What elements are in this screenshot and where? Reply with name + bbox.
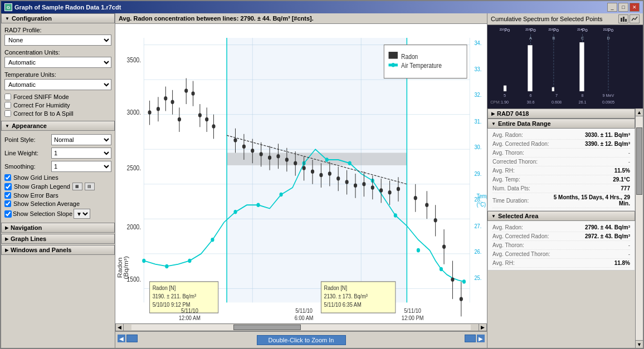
hscroll-left-arrow[interactable]: ◀ [116,324,124,331]
svg-text:²¹⁰Po: ²¹⁰Po [500,28,510,33]
forced-sniff-checkbox[interactable] [4,94,11,100]
svg-text:3500.: 3500. [127,56,142,63]
temperature-select[interactable]: Automatic [4,79,111,90]
show-grid-checkbox[interactable] [4,174,11,181]
avg-radon-label: Avg. Radon: [492,132,523,138]
show-error-bars-row[interactable]: Show Error Bars [4,192,111,199]
spectrum-icons[interactable] [618,14,640,23]
appearance-section-header[interactable]: ▼ Appearance [1,121,115,131]
sel-avg-corrected-radon-value: 2972. ± 43. Bq/m³ [585,233,630,239]
hscroll-bar[interactable]: ◀ ▶ [115,323,487,331]
svg-text:26.: 26. [474,248,481,255]
svg-point-58 [185,89,188,92]
svg-text:1.90: 1.90 [501,100,509,105]
spectrum-svg: ²¹⁰Po ²¹⁸Po ²¹⁶Po ²¹⁴Po ²¹²Po A B C D [487,25,643,109]
legend-icon-1[interactable]: ▦ [72,183,82,190]
vscroll-thumb[interactable] [636,127,642,195]
svg-point-52 [164,97,167,100]
spectrum-header: Cumulative Spectrum for Selected Points [487,13,643,25]
zoom-bar[interactable]: Double-Click to Zoom In [257,335,346,345]
appearance-section-content: Point Style: Normal Line Weight: 1 Smoot… [1,132,115,223]
spectrum-view: ²¹⁰Po ²¹⁸Po ²¹⁶Po ²¹⁴Po ²¹²Po A B C D [487,25,643,109]
avg-thoron-label: Avg. Thoron: [492,150,524,156]
maximize-button[interactable]: □ [618,3,628,12]
smoothing-select[interactable]: 1 [51,161,111,172]
right-with-scroll: ▶ RAD7 0418 ▼ Entire Data Range Avg. Rad… [487,109,643,348]
svg-point-96 [354,184,357,187]
entire-range-header[interactable]: ▼ Entire Data Range [487,119,635,129]
slope-select[interactable]: ▼ [74,209,90,219]
svg-text:5/11/10: 5/11/10 [181,307,198,314]
navigation-triangle: ▶ [5,225,8,230]
navigation-section-header[interactable]: ▶ Navigation [1,223,115,233]
svg-text:6:00 AM: 6:00 AM [295,314,314,321]
svg-text:(°C): (°C) [477,201,486,208]
minimize-button[interactable]: _ [607,3,617,12]
correct-humidity-row[interactable]: Correct For Humidity [4,102,111,109]
show-error-bars-checkbox[interactable] [4,192,11,199]
svg-point-33 [165,264,168,269]
sel-avg-corrected-radon-label: Avg. Corrected Radon: [492,233,549,239]
hscroll-thumb[interactable] [233,325,301,330]
smoothing-row: Smoothing: 1 [4,161,111,172]
svg-point-84 [303,166,305,170]
graph-lines-section-header[interactable]: ▶ Graph Lines [1,234,115,244]
scroll-right-arrow[interactable]: ▶ [477,335,485,342]
vscroll-down-arrow[interactable]: ▼ [636,340,643,348]
selected-area-label: Selected Area [498,213,538,219]
right-panel-scrollbar[interactable]: ▲ ▼ [635,109,643,348]
close-button[interactable]: ✕ [630,3,640,12]
show-selection-average-row[interactable]: Show Selection Average [4,200,111,207]
config-section-header[interactable]: ▼ Configuration [1,13,115,23]
svg-point-110 [426,203,428,207]
legend-icon-2[interactable]: ▤ [85,183,95,190]
correct-humidity-checkbox[interactable] [4,102,11,109]
rad7-profile-select[interactable]: None [4,35,111,46]
correct-b-to-a-row[interactable]: Correct for B to A Spill [4,110,111,117]
title-bar-left: G Graph of Sample Radon Data 1.r7cdt [4,3,121,11]
title-controls[interactable]: _ □ ✕ [607,3,640,12]
svg-text:(Bq/m³): (Bq/m³) [123,256,129,279]
svg-point-118 [460,297,462,301]
corrected-thoron-value: - [628,159,630,165]
show-legend-checkbox[interactable] [4,183,12,190]
graph-area[interactable]: 3500. 3000. 2500. 2000. 1500. 34. 33. 32… [115,24,487,323]
show-grid-row[interactable]: Show Grid Lines [4,174,111,181]
vscroll-track[interactable] [636,116,643,340]
show-selection-slope-checkbox[interactable] [4,210,12,218]
avg-corrected-radon-value: 3390. ± 12. Bq/m³ [585,141,630,147]
windows-panels-section-header[interactable]: ▶ Windows and Panels [1,245,115,255]
title-bar: G Graph of Sample Radon Data 1.r7cdt _ □… [1,1,643,13]
svg-point-54 [171,100,174,104]
show-selection-slope-row: Show Selection Slope ▼ [4,209,111,219]
sel-avg-radon-label: Avg. Radon: [492,224,523,230]
correct-b-to-a-checkbox[interactable] [4,110,11,117]
vscroll-up-arrow[interactable]: ▲ [636,109,643,116]
svg-text:3000.: 3000. [127,109,142,116]
data-panel: ▶ RAD7 0418 ▼ Entire Data Range Avg. Rad… [487,109,635,348]
line-chart-icon[interactable] [630,14,640,23]
show-legend-row: Show Graph Legend ▦ ▤ [4,183,111,190]
hscroll-track[interactable] [131,325,471,330]
rad7-profile-label: RAD7 Profile: [4,27,111,33]
config-section-label: Configuration [12,15,52,22]
svg-text:2500.: 2500. [127,164,142,171]
bar-chart-icon[interactable] [618,14,628,23]
concentration-select[interactable]: Automatic [4,57,111,68]
show-legend-label: Show Graph Legend [14,183,70,190]
line-weight-select[interactable]: 1 [51,148,111,159]
selected-area-header[interactable]: ▼ Selected Area [487,211,635,221]
show-selection-average-checkbox[interactable] [4,200,11,207]
point-style-row: Point Style: Normal [4,134,111,145]
svg-text:²¹⁸Po: ²¹⁸Po [525,28,536,33]
svg-point-68 [234,139,237,142]
forced-sniff-row[interactable]: Forced SNIFF Mode [4,94,111,100]
hscroll-right-arrow[interactable]: ▶ [479,324,486,331]
point-style-select[interactable]: Normal [51,134,111,145]
scroll-left-arrow[interactable]: ◀ [118,335,125,342]
point-style-label: Point Style: [4,136,49,143]
windows-panels-section-label: Windows and Panels [11,247,71,253]
sel-corrected-thoron-value: - [628,251,630,257]
rad7-header[interactable]: ▶ RAD7 0418 [487,109,635,119]
windows-panels-triangle: ▶ [5,248,8,253]
